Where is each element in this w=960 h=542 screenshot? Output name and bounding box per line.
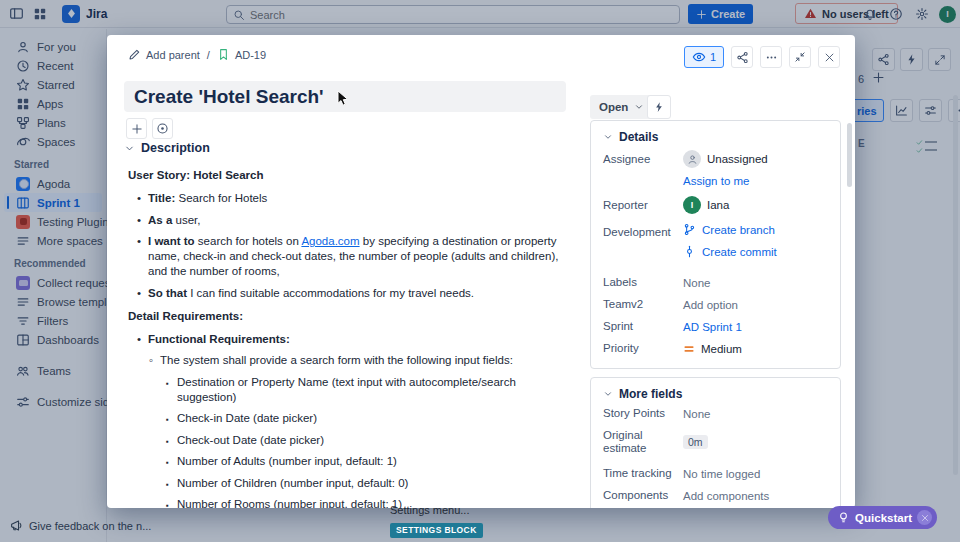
- description-line: Detail Requirements:: [128, 309, 570, 324]
- description-line: So that I can find suitable accommodatio…: [128, 286, 570, 301]
- labels-value[interactable]: None: [683, 277, 711, 289]
- sprint-field: Sprint AD Sprint 1: [591, 320, 840, 333]
- agoda-link[interactable]: Agoda.com: [301, 235, 359, 247]
- lightbulb-icon: [837, 511, 850, 524]
- mouse-cursor: [337, 90, 350, 112]
- details-panel-header[interactable]: Details: [591, 121, 840, 150]
- issue-title: Create 'Hotel Search': [124, 86, 324, 108]
- story-type-icon: [217, 48, 230, 61]
- priority-field: Priority Medium: [591, 342, 840, 355]
- annotation-badge: SETTINGS BLOCK: [390, 523, 483, 538]
- apps-icon: [156, 122, 169, 135]
- share-icon: [736, 51, 749, 64]
- quickstart-close-button[interactable]: [917, 510, 932, 525]
- description-line: Destination or Property Name (text input…: [128, 375, 570, 405]
- description-line: I want to search for hotels on Agoda.com…: [128, 234, 570, 279]
- reporter-avatar: I: [683, 196, 701, 214]
- sprint-value-link[interactable]: AD Sprint 1: [683, 321, 742, 333]
- issue-key-link[interactable]: AD-19: [217, 48, 266, 61]
- chevron-down-icon: [603, 132, 613, 142]
- more-fields-header[interactable]: More fields: [591, 378, 840, 407]
- add-content-button[interactable]: [126, 118, 147, 139]
- priority-medium-icon: [683, 343, 695, 355]
- issue-key-label: AD-19: [235, 49, 266, 61]
- assignee-field: Assignee Unassigned Assign to me: [591, 150, 840, 187]
- title-toolbar: [126, 118, 173, 139]
- pencil-icon: [128, 48, 141, 61]
- ellipsis-icon: [765, 51, 778, 64]
- story-points-value[interactable]: None: [683, 408, 711, 420]
- add-parent-button[interactable]: Add parent: [128, 48, 200, 61]
- chevron-down-icon: [634, 102, 644, 112]
- issue-detail-modal: Add parent / AD-19 1 Create 'Hotel Searc…: [107, 35, 855, 508]
- reporter-value[interactable]: I Iana: [683, 196, 729, 214]
- breadcrumb-separator: /: [207, 49, 210, 61]
- more-fields-panel: More fields Story Points None Original e…: [590, 377, 841, 508]
- description-line: Number of Children (number input, defaul…: [128, 476, 570, 491]
- annotation-title: Settings menu...: [390, 504, 483, 516]
- time-tracking-value[interactable]: No time logged: [683, 468, 760, 480]
- description-line: Functional Requirements:: [128, 332, 570, 347]
- create-commit-link[interactable]: Create commit: [683, 245, 828, 258]
- modal-scrollbar[interactable]: [847, 123, 852, 187]
- collapse-icon: [794, 51, 806, 63]
- commit-icon: [683, 245, 696, 258]
- description-line: As a user,: [128, 213, 570, 228]
- unassigned-avatar-icon: [683, 150, 701, 168]
- quickstart-label: Quickstart: [855, 512, 912, 524]
- close-modal-button[interactable]: [818, 46, 840, 68]
- description-line: Number of Rooms (number input, default: …: [128, 497, 570, 508]
- more-actions-button[interactable]: [760, 46, 782, 68]
- components-field: Components Add components: [591, 489, 840, 502]
- watchers-count: 1: [710, 51, 716, 63]
- breadcrumb: Add parent / AD-19: [128, 48, 266, 61]
- original-estimate-value[interactable]: 0m: [683, 435, 708, 449]
- add-parent-label: Add parent: [146, 49, 200, 61]
- status-dropdown[interactable]: Open: [590, 95, 653, 119]
- labels-field: Labels None: [591, 276, 840, 289]
- chevron-down-icon: [603, 389, 613, 399]
- modal-actions: 1: [684, 46, 840, 68]
- reporter-field: Reporter I Iana: [591, 196, 840, 214]
- quickstart-button[interactable]: Quickstart: [828, 506, 937, 529]
- original-estimate-field: Original estimate 0m: [591, 429, 840, 455]
- jira-app: Jira Create No users left I For youRecen…: [0, 0, 960, 542]
- details-heading: Details: [619, 130, 658, 144]
- details-panel: Details Assignee Unassigned Assign to me…: [590, 120, 841, 369]
- time-tracking-field: Time tracking No time logged: [591, 467, 840, 480]
- lightning-icon: [653, 101, 665, 113]
- description-heading: Description: [141, 141, 210, 155]
- components-value[interactable]: Add components: [683, 490, 769, 502]
- description-line: Title: Search for Hotels: [128, 191, 570, 206]
- teamv2-field: Teamv2 Add option: [591, 298, 840, 311]
- description-content[interactable]: User Story: Hotel SearchTitle: Search fo…: [128, 160, 570, 508]
- settings-block-annotation: Settings menu... SETTINGS BLOCK: [390, 504, 483, 538]
- apps-button[interactable]: [152, 118, 173, 139]
- more-fields-heading: More fields: [619, 387, 682, 401]
- teamv2-value[interactable]: Add option: [683, 299, 738, 311]
- branch-icon: [683, 223, 696, 236]
- description-line: User Story: Hotel Search: [128, 168, 570, 183]
- description-line: Number of Adults (number input, default:…: [128, 454, 570, 469]
- story-points-field: Story Points None: [591, 407, 840, 420]
- description-section-header[interactable]: Description: [124, 141, 210, 155]
- share-button[interactable]: [731, 46, 753, 68]
- create-branch-link[interactable]: Create branch: [683, 223, 828, 236]
- plus-icon: [131, 123, 143, 135]
- chevron-down-icon: [124, 143, 135, 154]
- assign-to-me-link[interactable]: Assign to me: [683, 175, 768, 187]
- assignee-value[interactable]: Unassigned: [683, 150, 768, 168]
- description-line: Check-in Date (date picker): [128, 411, 570, 426]
- close-icon: [824, 52, 835, 63]
- watchers-button[interactable]: 1: [684, 46, 724, 68]
- eye-icon: [692, 50, 706, 64]
- status-label: Open: [599, 101, 628, 113]
- priority-value[interactable]: Medium: [683, 343, 742, 355]
- development-field: Development Create branch Create commit: [591, 223, 840, 267]
- description-line: The system shall provide a search form w…: [128, 353, 570, 368]
- description-line: Check-out Date (date picker): [128, 433, 570, 448]
- automation-button[interactable]: [647, 95, 671, 119]
- exit-fullscreen-button[interactable]: [789, 46, 811, 68]
